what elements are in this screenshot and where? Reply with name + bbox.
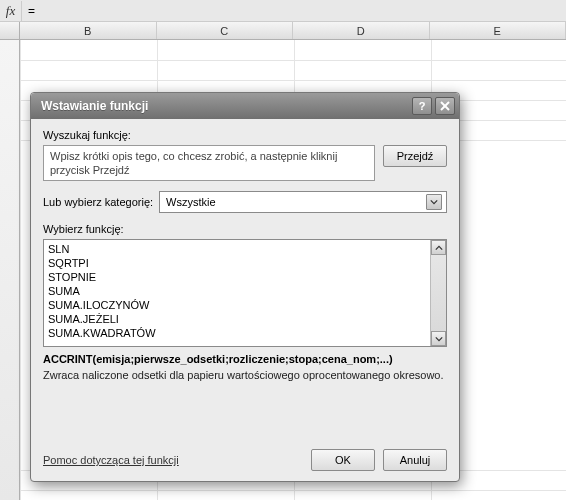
row-header-strip [0, 40, 20, 500]
close-button[interactable] [435, 97, 455, 115]
row-corner[interactable] [0, 22, 20, 39]
search-label: Wyszukaj funkcję: [43, 129, 447, 141]
chevron-down-icon[interactable] [426, 194, 442, 210]
search-input[interactable]: Wpisz krótki opis tego, co chcesz zrobić… [43, 145, 375, 181]
dialog-titlebar[interactable]: Wstawianie funkcji ? [31, 93, 459, 119]
scrollbar[interactable] [430, 240, 446, 346]
help-link[interactable]: Pomoc dotycząca tej funkcji [43, 454, 179, 466]
cancel-button[interactable]: Anuluj [383, 449, 447, 471]
function-description: Zwraca naliczone odsetki dla papieru war… [43, 369, 447, 417]
list-item[interactable]: SQRTPI [48, 256, 428, 270]
list-item[interactable]: SLN [48, 242, 428, 256]
insert-function-dialog: Wstawianie funkcji ? Wyszukaj funkcję: W… [30, 92, 460, 482]
list-item[interactable]: STOPNIE [48, 270, 428, 284]
list-item[interactable]: SUMA.KWADRATÓW [48, 326, 428, 340]
fx-icon[interactable]: fx [0, 1, 22, 21]
help-button[interactable]: ? [412, 97, 432, 115]
col-header[interactable]: B [20, 22, 157, 39]
dialog-title: Wstawianie funkcji [41, 99, 409, 113]
col-header[interactable]: E [430, 22, 567, 39]
formula-value[interactable]: = [22, 4, 35, 18]
ok-button[interactable]: OK [311, 449, 375, 471]
select-function-label: Wybierz funkcję: [43, 223, 447, 235]
function-listbox[interactable]: SLN SQRTPI STOPNIE SUMA SUMA.ILOCZYNÓW S… [43, 239, 447, 347]
scroll-down-button[interactable] [431, 331, 446, 346]
list-item[interactable]: SUMA.ILOCZYNÓW [48, 298, 428, 312]
list-item[interactable]: SUMA [48, 284, 428, 298]
col-header[interactable]: D [293, 22, 430, 39]
function-signature: ACCRINT(emisja;pierwsze_odsetki;rozlicze… [43, 353, 447, 365]
category-value: Wszystkie [166, 196, 426, 208]
category-select[interactable]: Wszystkie [159, 191, 447, 213]
col-header[interactable]: C [157, 22, 294, 39]
category-label: Lub wybierz kategorię: [43, 196, 153, 208]
column-headers: B C D E [0, 22, 566, 40]
scroll-up-button[interactable] [431, 240, 446, 255]
go-button[interactable]: Przejdź [383, 145, 447, 167]
list-item[interactable]: SUMA.JEŻELI [48, 312, 428, 326]
